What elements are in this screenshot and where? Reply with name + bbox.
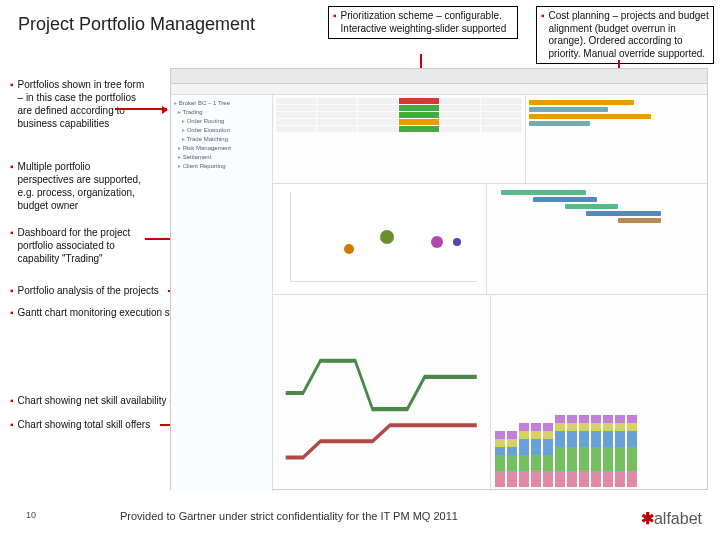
note-tree: ▪Portfolios shown in tree form – in this…	[10, 78, 145, 132]
confidentiality-footer: Provided to Gartner under strict confide…	[120, 510, 458, 522]
portfolio-tree: Broker BC – 1 TreeTradingOrder RoutingOr…	[171, 95, 273, 491]
bullet-icon: ▪	[333, 10, 337, 35]
vendor-logo: ✱alfabet	[641, 509, 702, 528]
budget-bars	[529, 98, 704, 128]
total-skill-chart	[491, 295, 708, 491]
page-title: Project Portfolio Management	[18, 14, 255, 35]
bullet-icon: ▪	[541, 10, 545, 60]
net-skill-chart	[273, 295, 491, 491]
app-toolbar	[171, 69, 707, 84]
panel-cost-planning	[526, 95, 707, 183]
callout-cost-planning: ▪Cost planning – projects and budget ali…	[536, 6, 714, 64]
note-dashboard: ▪Dashboard for the project portfolio ass…	[10, 226, 145, 267]
callout-text: Prioritization scheme – configurable. In…	[341, 10, 513, 35]
note-perspectives: ▪Multiple portfolio perspectives are sup…	[10, 160, 145, 214]
panel-prioritization	[273, 95, 526, 183]
app-tabbar	[171, 84, 707, 95]
app-screenshot: Broker BC – 1 TreeTradingOrder RoutingOr…	[170, 68, 708, 490]
callout-text: Cost planning – projects and budget alig…	[549, 10, 709, 60]
callout-prioritization: ▪Prioritization scheme – configurable. I…	[328, 6, 518, 39]
page-number: 10	[26, 510, 36, 520]
bubble-chart	[273, 184, 487, 294]
arrow-icon	[115, 108, 167, 110]
priority-grid	[276, 98, 522, 132]
gantt-chart	[487, 184, 708, 294]
